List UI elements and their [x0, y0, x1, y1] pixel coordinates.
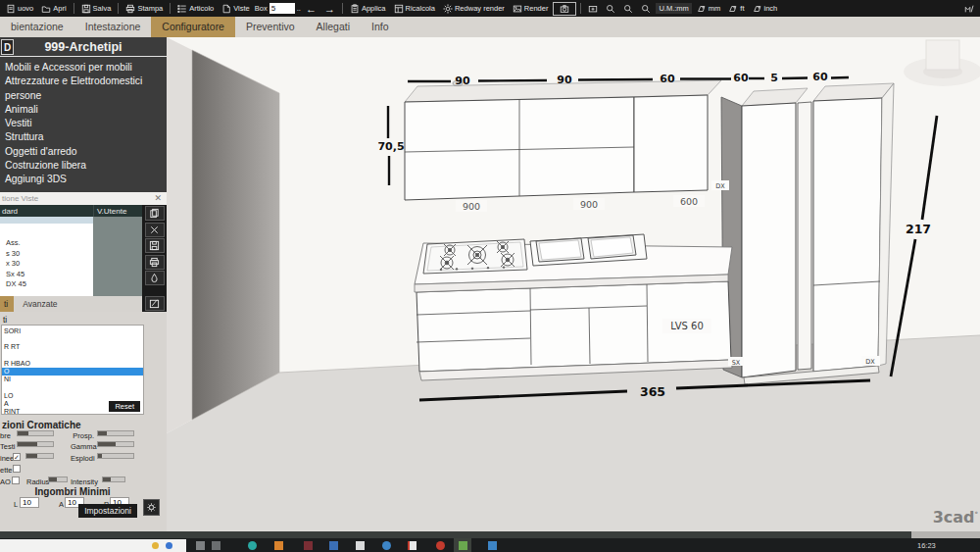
- dim-l-input[interactable]: [20, 497, 39, 508]
- linee-slider[interactable]: [25, 453, 54, 459]
- taskbar-active-app[interactable]: [454, 538, 471, 552]
- tab-preventivo[interactable]: Preventivo: [235, 17, 306, 37]
- preset-row[interactable]: [2, 352, 143, 360]
- viewport-3d[interactable]: 90 90 60 60 5 60 70,5 217 365 900 900 60…: [167, 37, 980, 531]
- tab-intestazione[interactable]: Intestazione: [74, 17, 152, 37]
- tag-base-dx: DX: [865, 358, 875, 366]
- unit-ft-button[interactable]: ft: [725, 3, 747, 15]
- sidebar-item-attrezzature[interactable]: Attrezzature e Elettrodomestici: [0, 75, 167, 88]
- preset-row[interactable]: R RT: [2, 343, 143, 351]
- sidebar-item-animali[interactable]: Animali: [0, 103, 167, 117]
- linee-checkbox[interactable]: ✓: [13, 453, 21, 461]
- unit-inch-button[interactable]: inch: [750, 3, 781, 15]
- save-button[interactable]: Salva: [78, 3, 115, 15]
- filler-5[interactable]: [798, 102, 811, 370]
- sidebar-item-costruzione[interactable]: Costruzione libera: [0, 159, 167, 173]
- views-button[interactable]: Viste: [219, 3, 253, 15]
- app-logo-button[interactable]: [961, 3, 977, 15]
- taskbar-search-input[interactable]: [0, 539, 186, 552]
- preset-row[interactable]: [2, 335, 143, 343]
- view-row[interactable]: s 30: [0, 249, 93, 260]
- gamma-slider[interactable]: [97, 441, 134, 447]
- testi-label: Testi: [0, 442, 15, 451]
- back-arrow-button[interactable]: ←: [303, 3, 319, 15]
- redway-render-button[interactable]: Redway render: [440, 3, 508, 15]
- sidebar-item-persone[interactable]: persone: [0, 89, 167, 103]
- taskbar-app-icon-5[interactable]: [304, 541, 313, 550]
- sidebar-item-struttura[interactable]: Struttura: [0, 130, 167, 144]
- views-list: Ass. s 30 x 30 Sx 45 DX 45: [0, 217, 93, 296]
- ao-checkbox[interactable]: [12, 477, 20, 484]
- catalog-icon[interactable]: D: [1, 39, 14, 55]
- tab-info[interactable]: Info: [361, 17, 400, 37]
- taskbar-clock[interactable]: 16:23: [917, 541, 936, 550]
- taskbar-app-icon-9[interactable]: [408, 541, 416, 550]
- tall-unit-60-left[interactable]: [742, 103, 796, 377]
- prospettiva-slider[interactable]: [97, 430, 134, 436]
- testi-slider[interactable]: [17, 441, 54, 447]
- taskbar-app-icon-1[interactable]: [196, 541, 205, 550]
- taskbar-app-icon-4[interactable]: [274, 541, 283, 550]
- view-row[interactable]: x 30: [0, 259, 93, 270]
- gear-button[interactable]: [143, 499, 160, 516]
- tall-unit-60-right[interactable]: [813, 98, 882, 372]
- zoom-window-button[interactable]: [620, 3, 636, 15]
- preset-row[interactable]: R HBAO: [2, 360, 143, 368]
- taskbar-app-icon-8[interactable]: [382, 541, 391, 550]
- edit-view-button[interactable]: [145, 296, 165, 311]
- tab-avanzate[interactable]: Avanzate: [14, 296, 66, 312]
- box-input[interactable]: [270, 3, 295, 14]
- recalculate-button[interactable]: Ricalcola: [391, 3, 438, 15]
- gas-cooktop[interactable]: [423, 239, 527, 274]
- preset-row-selected[interactable]: O: [2, 368, 143, 376]
- snapshot-button[interactable]: [553, 2, 576, 16]
- tab-ambientazione[interactable]: bientazione: [0, 17, 74, 37]
- open-button[interactable]: Apri: [38, 3, 69, 15]
- preset-row[interactable]: LO: [2, 392, 143, 400]
- render-style-button[interactable]: [145, 271, 165, 285]
- ombre-slider[interactable]: [17, 430, 54, 436]
- taskbar-app-icon-3[interactable]: [248, 541, 257, 550]
- reset-button[interactable]: Reset: [109, 401, 140, 412]
- tab-current[interactable]: ti: [0, 296, 14, 312]
- print-button[interactable]: Stampa: [122, 3, 166, 15]
- fit-view-button[interactable]: [585, 3, 601, 15]
- views-selected-row[interactable]: [0, 217, 93, 224]
- preset-row[interactable]: NI: [2, 376, 143, 383]
- save-view-button[interactable]: [145, 238, 165, 253]
- preset-row[interactable]: SORI: [2, 327, 143, 335]
- view-row[interactable]: DX 45: [0, 279, 93, 290]
- copy-view-button[interactable]: [145, 206, 165, 221]
- etichette-checkbox[interactable]: [13, 465, 21, 473]
- zoom-in-button[interactable]: [603, 3, 618, 15]
- taskbar-app-icon-2[interactable]: [212, 541, 220, 550]
- sidebar-item-aggiungi-3ds[interactable]: Aggiungi 3DS: [0, 173, 167, 186]
- close-icon[interactable]: ✕: [154, 193, 162, 203]
- unit-mm-button[interactable]: mm: [694, 3, 724, 15]
- render-button[interactable]: Render: [510, 3, 552, 15]
- esplodi-slider[interactable]: [97, 453, 134, 459]
- sidebar-item-vestiti[interactable]: Vestiti: [0, 117, 167, 130]
- preset-row[interactable]: [2, 383, 143, 391]
- new-button[interactable]: uovo: [3, 3, 36, 15]
- taskbar-app-icon-12[interactable]: [488, 541, 497, 550]
- sidebar-item-mobili[interactable]: Mobili e Accessori per mobili: [0, 61, 167, 75]
- intensity-slider[interactable]: [102, 477, 125, 482]
- tab-configuratore[interactable]: Configuratore: [151, 17, 235, 37]
- print-view-button[interactable]: [145, 255, 165, 270]
- view-row[interactable]: Ass.: [0, 238, 93, 249]
- tab-allegati[interactable]: Allegati: [306, 17, 361, 37]
- forward-arrow-button[interactable]: →: [321, 3, 338, 15]
- sidebar-item-oggetti[interactable]: Oggetti d'arredo: [0, 145, 167, 159]
- taskbar-app-icon-6[interactable]: [329, 541, 338, 550]
- zoom-out-button[interactable]: [638, 3, 654, 15]
- settings-button[interactable]: Impostazioni: [78, 504, 137, 518]
- taskbar-app-icon-10[interactable]: [436, 541, 445, 550]
- taskbar-app-icon-7[interactable]: [356, 541, 365, 550]
- article-button[interactable]: Articolo: [174, 3, 217, 15]
- apply-button[interactable]: Applica: [347, 3, 389, 15]
- wall-cabinet-600[interactable]: [634, 95, 708, 192]
- view-row[interactable]: Sx 45: [0, 270, 93, 280]
- radius-slider[interactable]: [48, 477, 68, 482]
- delete-view-button[interactable]: [145, 223, 165, 237]
